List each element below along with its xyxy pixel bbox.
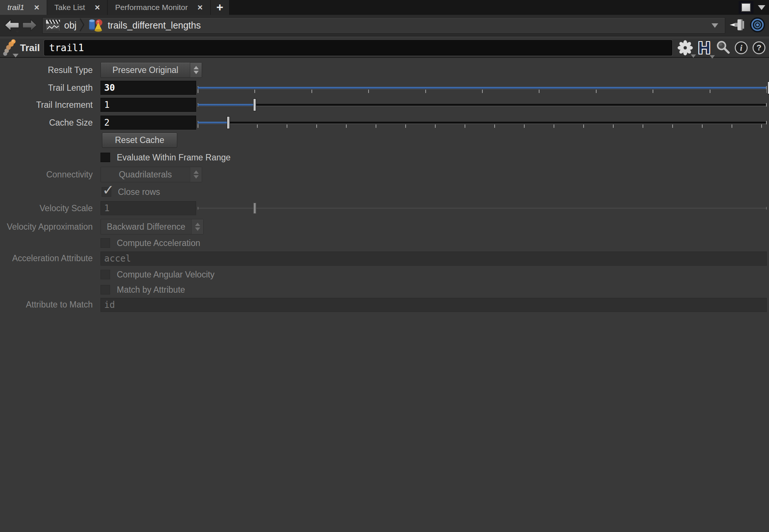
tab-take-list[interactable]: Take List ×	[47, 0, 108, 15]
param-label: Velocity Approximation	[0, 222, 93, 232]
compute-angular-velocity-checkbox	[100, 270, 110, 279]
attribute-to-match-input: id	[100, 298, 767, 312]
param-reset-cache: Reset Cache	[0, 133, 769, 148]
parameter-header: Trail trail1 H	[0, 39, 769, 58]
param-label: Velocity Scale	[0, 203, 93, 213]
trail-increment-slider[interactable]	[198, 98, 769, 112]
close-icon[interactable]: ×	[198, 3, 203, 12]
breadcrumb-root[interactable]: obj	[64, 20, 76, 31]
spinner-icon	[190, 167, 202, 182]
result-type-dropdown[interactable]: Preserve Original	[100, 62, 202, 78]
cache-size-input[interactable]: 2	[100, 116, 196, 130]
param-result-type: Result Type Preserve Original	[0, 62, 769, 78]
network-nav-bar: obj trails_different_lengths	[0, 15, 769, 36]
tab-label: Performance Monitor	[115, 3, 188, 12]
info-icon[interactable]: i	[734, 41, 748, 55]
evaluate-within-frame-range-checkbox[interactable]	[100, 153, 110, 162]
spinner-icon	[191, 219, 203, 234]
slider-handle	[254, 203, 256, 214]
param-match-by-attribute: Match by Attribute	[0, 285, 769, 295]
param-label: Cache Size	[0, 118, 93, 128]
path-dropdown-arrow-icon[interactable]	[712, 23, 718, 28]
param-trail-increment: Trail Increment 1	[0, 98, 769, 112]
param-velocity-scale: Velocity Scale 1	[0, 201, 769, 215]
trail-node-icon[interactable]	[2, 39, 16, 57]
spinner-down-icon	[194, 71, 199, 74]
search-icon[interactable]	[716, 40, 730, 55]
connectivity-dropdown: Quadrilaterals	[100, 167, 202, 182]
houdini-logo-icon[interactable]: H	[697, 39, 712, 56]
breadcrumb[interactable]: obj trails_different_lengths	[42, 17, 725, 34]
acceleration-attribute-input: accel	[100, 252, 767, 266]
param-compute-angular-velocity: Compute Angular Velocity	[0, 270, 769, 279]
param-label: Connectivity	[0, 170, 93, 180]
node-name-input[interactable]: trail1	[44, 40, 672, 56]
param-acceleration-attribute: Acceleration Attribute accel	[0, 252, 769, 265]
close-icon[interactable]: ×	[95, 3, 100, 12]
window-pane-icon[interactable]	[739, 1, 753, 14]
velocity-scale-input: 1	[100, 201, 196, 215]
tab-label: trail1	[7, 3, 24, 12]
gear-icon[interactable]	[677, 40, 693, 56]
trail-length-input[interactable]: 30	[100, 81, 196, 95]
param-cache-size: Cache Size 2	[0, 116, 769, 130]
param-connectivity: Connectivity Quadrilaterals	[0, 167, 769, 182]
param-trail-length: Trail Length 30	[0, 81, 769, 95]
param-compute-acceleration: Compute Acceleration	[0, 238, 769, 248]
node-menu-arrow-icon[interactable]	[13, 54, 19, 57]
pane-controls	[739, 0, 769, 15]
node-type-label: Trail	[20, 42, 40, 54]
help-icon[interactable]: ?	[752, 41, 766, 55]
check-icon: ✓	[102, 182, 114, 198]
reset-cache-button[interactable]: Reset Cache	[102, 133, 177, 148]
breadcrumb-node[interactable]: trails_different_lengths	[108, 20, 201, 31]
forward-arrow-icon	[21, 18, 38, 33]
header-icons: H i ?	[677, 39, 766, 56]
pin-icon[interactable]	[729, 17, 746, 34]
param-velocity-approximation: Velocity Approximation Backward Differen…	[0, 219, 769, 235]
pane-menu-arrow-icon[interactable]	[758, 5, 765, 10]
tab-label: Take List	[55, 3, 85, 12]
param-label: Attribute to Match	[0, 300, 93, 310]
param-evaluate-within-frame-range: Evaluate Within Frame Range	[0, 153, 769, 162]
trail-length-slider[interactable]	[198, 81, 769, 95]
checkbox-label: Compute Acceleration	[117, 238, 200, 248]
param-label: Acceleration Attribute	[0, 253, 93, 263]
follow-target-icon[interactable]	[750, 17, 765, 34]
param-attribute-to-match: Attribute to Match id	[0, 298, 769, 312]
close-icon[interactable]: ×	[34, 3, 39, 12]
chevron-separator-icon	[79, 17, 85, 34]
slider-handle[interactable]	[227, 116, 230, 129]
spinner-icon[interactable]	[190, 63, 202, 77]
tab-bar: trail1 × Take List × Performance Monitor…	[0, 0, 769, 15]
slider-ticks	[198, 124, 767, 128]
compute-acceleration-checkbox	[100, 238, 110, 248]
param-label: Trail Length	[0, 83, 93, 93]
trail-increment-input[interactable]: 1	[100, 98, 196, 112]
slider-handle[interactable]	[253, 99, 256, 111]
spinner-down-icon	[194, 175, 199, 179]
new-tab-button[interactable]: +	[211, 0, 230, 15]
parameter-list: Result Type Preserve Original Trail Leng…	[0, 62, 769, 312]
spinner-up-icon	[195, 223, 200, 226]
slider-handle[interactable]	[768, 82, 769, 94]
cache-size-slider[interactable]	[198, 116, 769, 130]
clapperboard-icon	[45, 17, 61, 34]
tabbar-spacer	[230, 0, 739, 15]
spinner-up-icon	[194, 170, 199, 174]
slider-ticks	[198, 90, 767, 93]
node-name-value: trail1	[49, 42, 84, 53]
back-arrow-icon[interactable]	[4, 18, 21, 33]
checkbox-label: Match by Attribute	[117, 285, 185, 295]
checkbox-label: Evaluate Within Frame Range	[117, 153, 231, 163]
tab-performance-monitor[interactable]: Performance Monitor ×	[108, 0, 210, 15]
checkbox-label: Close rows	[118, 187, 160, 197]
plus-icon: +	[217, 1, 224, 13]
tab-trail1[interactable]: trail1 ×	[0, 0, 47, 15]
spinner-up-icon	[194, 66, 199, 69]
close-rows-checkbox: ✓	[102, 187, 111, 197]
checkbox-label: Compute Angular Velocity	[117, 270, 214, 280]
param-label: Result Type	[0, 65, 93, 75]
velocity-approximation-dropdown: Backward Difference	[100, 219, 204, 235]
velocity-scale-slider	[198, 201, 769, 215]
